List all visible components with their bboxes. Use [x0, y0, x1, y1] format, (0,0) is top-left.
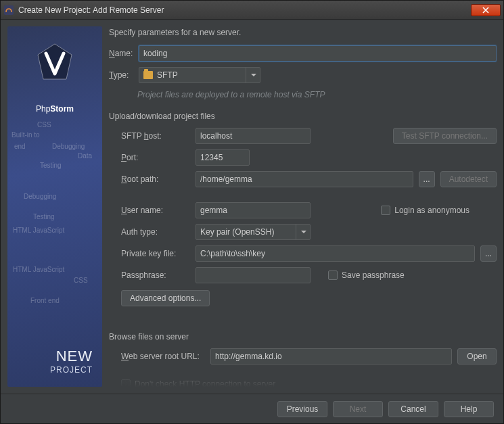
type-hint: Project files are deployed to a remote h…	[137, 90, 497, 99]
help-button[interactable]: Help	[444, 401, 494, 417]
cancel-button[interactable]: Cancel	[388, 401, 438, 417]
test-connection-button[interactable]: Test SFTP connection...	[393, 128, 497, 144]
advanced-options-button[interactable]: Advanced options...	[121, 290, 210, 306]
brand-php: Php	[36, 104, 50, 114]
sftp-icon	[143, 71, 153, 79]
auth-type-label: Auth type:	[121, 227, 196, 237]
private-key-browse-button[interactable]: ...	[480, 245, 497, 262]
phpstorm-logo-icon	[31, 40, 78, 89]
titlebar: Create New Project: Add Remote Server	[1, 1, 503, 20]
type-value: SFTP	[157, 70, 178, 80]
save-passphrase-checkbox[interactable]	[328, 270, 338, 280]
username-input[interactable]	[196, 202, 311, 218]
chevron-down-icon[interactable]	[246, 67, 260, 83]
intro-text: Specify parameters for a new server.	[109, 28, 497, 37]
section-upload-download: Upload/download project files	[109, 112, 497, 121]
port-input[interactable]	[196, 149, 250, 166]
save-passphrase-label: Save passphrase	[342, 270, 405, 280]
app-icon	[3, 5, 14, 16]
dialog-body: CSS Built-in to end Debugging Data Testi…	[1, 20, 503, 394]
private-key-input[interactable]	[196, 245, 475, 262]
auth-type-select[interactable]	[196, 224, 311, 240]
next-button[interactable]: Next	[333, 401, 383, 417]
sftp-host-label: SFTP host:	[121, 131, 196, 141]
sidebar-banner: CSS Built-in to end Debugging Data Testi…	[7, 26, 102, 387]
section-browse: Browse files on server	[109, 332, 497, 341]
sftp-host-input[interactable]	[196, 128, 311, 144]
sidebar-new-label: NEW	[50, 348, 93, 365]
dont-check-http-checkbox[interactable]	[121, 379, 131, 387]
autodetect-button[interactable]: Autodetect	[440, 171, 497, 187]
type-select[interactable]: SFTP	[139, 67, 260, 83]
form-area: Specify parameters for a new server. Nam…	[109, 26, 497, 387]
banner-tag: end	[14, 143, 26, 150]
svg-rect-0	[4, 5, 14, 15]
brand-storm: Storm	[50, 104, 74, 114]
port-label: Port:	[121, 153, 196, 162]
banner-tag: Debugging	[24, 193, 56, 200]
passphrase-label: Passphrase:	[121, 270, 196, 280]
dialog-window: Create New Project: Add Remote Server CS…	[0, 0, 504, 424]
close-button[interactable]	[471, 4, 501, 16]
root-path-input[interactable]	[196, 171, 413, 187]
sidebar-new-project: NEW PROJECT	[50, 348, 93, 375]
banner-tag: CSS	[37, 121, 51, 128]
banner-tag: Built-in to	[12, 131, 40, 139]
sidebar-project-label: PROJECT	[50, 365, 93, 375]
root-path-browse-button[interactable]: ...	[419, 171, 435, 187]
banner-tag: Front end	[30, 297, 60, 304]
web-root-label: Web server root URL:	[121, 352, 210, 361]
chevron-down-icon[interactable]	[296, 224, 311, 240]
banner-tag: Testing	[40, 162, 62, 169]
name-input[interactable]	[139, 45, 497, 62]
web-root-input[interactable]	[210, 348, 452, 364]
banner-tag: Data	[78, 152, 92, 160]
banner-tag: Debugging	[52, 143, 85, 150]
passphrase-input[interactable]	[196, 267, 311, 283]
open-button[interactable]: Open	[457, 348, 497, 364]
private-key-label: Private key file:	[121, 249, 196, 258]
phpstorm-logo-text: PhpStorm	[7, 99, 102, 115]
banner-tag: Testing	[33, 213, 55, 220]
banner-tag: HTML JavaScript	[13, 227, 64, 234]
dialog-footer: Previous Next Cancel Help	[1, 394, 503, 423]
username-label: User name:	[121, 206, 196, 215]
previous-button[interactable]: Previous	[277, 401, 327, 417]
anonymous-checkbox[interactable]	[381, 206, 390, 215]
banner-tag: CSS	[74, 277, 88, 284]
anonymous-label: Login as anonymous	[394, 206, 469, 215]
banner-tag: HTML JavaScript	[13, 266, 64, 273]
root-path-label: Root path:	[121, 174, 196, 184]
window-title: Create New Project: Add Remote Server	[18, 5, 471, 15]
dont-check-http-label: Don't check HTTP connection to server	[135, 379, 275, 387]
